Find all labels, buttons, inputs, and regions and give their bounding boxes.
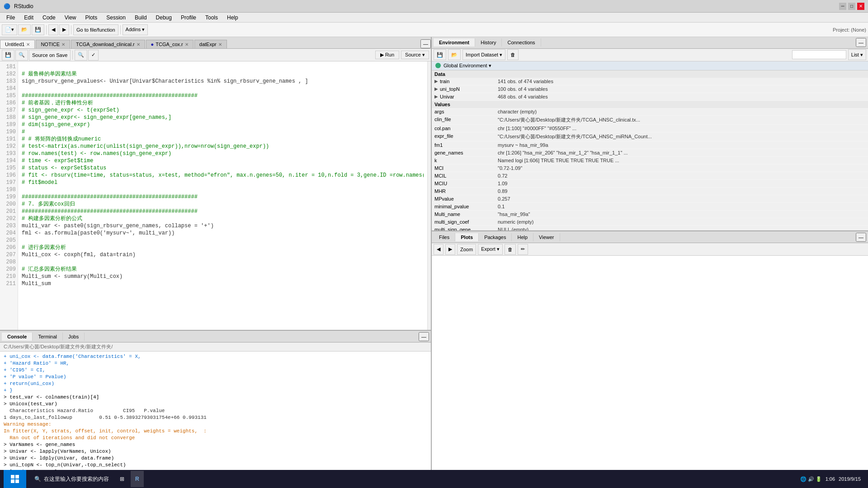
tab-notice-close[interactable]: ✕ <box>61 42 65 47</box>
env-row-expr-file[interactable]: expr_file "C:/Users/黄心茵/Desktop/新建文件夹/TC… <box>432 132 868 141</box>
env-row-multi-sign-gene[interactable]: multi_sign_gene NULL (empty) <box>432 226 868 230</box>
menu-edit[interactable]: Edit <box>19 14 38 22</box>
taskbar-search[interactable]: 🔍 在这里输入你要搜索的内容 <box>30 471 113 487</box>
env-row-minimal-pvalue[interactable]: minimal_pvalue 0.1 <box>432 203 868 211</box>
env-row-args[interactable]: args character (empty) <box>432 108 868 116</box>
tab-connections[interactable]: Connections <box>502 38 541 47</box>
minimize-button[interactable]: ─ <box>839 3 846 10</box>
env-search-input[interactable] <box>792 50 846 59</box>
tab-untitled1[interactable]: Untitled1 ✕ <box>0 40 35 48</box>
maximize-button[interactable]: □ <box>848 3 855 10</box>
env-row-train[interactable]: ▶ train 141 obs. of 474 variables <box>432 78 868 85</box>
env-row-fm1[interactable]: fm1 mysurv ~ hsa_mir_99a <box>432 141 868 149</box>
goto-file-button[interactable]: Go to file/function <box>73 24 118 35</box>
env-row-mpvalue[interactable]: MPvalue 0.257 <box>432 195 868 203</box>
env-row-mhr[interactable]: MHR 0.89 <box>432 188 868 195</box>
console-content[interactable]: + uni_cox <- data.frame('Characteristics… <box>0 352 431 470</box>
env-row-mciu[interactable]: MCIU 1.09 <box>432 180 868 188</box>
code-line-182: # 最鲁棒的单因素结果 <box>22 70 424 78</box>
editor-minimize-button[interactable]: — <box>420 39 431 48</box>
tab-plots[interactable]: Plots <box>455 233 479 241</box>
files-minimize-button[interactable]: — <box>856 233 866 242</box>
save-button[interactable]: 💾 <box>32 24 44 35</box>
tab-history[interactable]: History <box>475 38 502 47</box>
menu-build[interactable]: Build <box>130 14 151 22</box>
env-row-mcil[interactable]: MCIL 0.72 <box>432 172 868 180</box>
import-dataset-btn[interactable]: Import Dataset ▾ <box>462 49 505 60</box>
forward-button[interactable]: ▶ <box>59 24 69 35</box>
code-content[interactable]: # 最鲁棒的单因素结果 sign_rbsurv_gene_pvalues<- U… <box>18 61 427 330</box>
env-row-col-pan[interactable]: col.pan chr [1:100] "#0000FF" "#0550FF" … <box>432 125 868 132</box>
env-row-multi-name[interactable]: Multi_name "hsa_mir_99a" <box>432 211 868 218</box>
menu-tools[interactable]: Tools <box>201 14 222 22</box>
close-button[interactable]: ✕ <box>857 3 864 10</box>
tab-terminal[interactable]: Terminal <box>33 333 63 341</box>
taskbar-task-view[interactable]: ⊞ <box>115 471 129 487</box>
env-list-btn[interactable]: List ▾ <box>848 49 866 60</box>
tab-tcga-clinical-close[interactable]: ✕ <box>137 42 140 47</box>
env-load-btn[interactable]: 📂 <box>448 49 461 60</box>
back-button[interactable]: ◀ <box>48 24 58 35</box>
tab-datexpr[interactable]: datExpr ✕ <box>194 40 227 48</box>
tab-help[interactable]: Help <box>512 233 533 241</box>
editor-find-btn[interactable]: 🔍 <box>75 50 87 61</box>
plots-clear-btn[interactable]: ✏ <box>518 244 528 255</box>
env-row-mci[interactable]: MCI "0.72-1.09" <box>432 164 868 172</box>
right-panel: Environment History Connections — 💾 📂 Im… <box>432 37 868 470</box>
console-minimize-button[interactable]: — <box>419 332 429 341</box>
environment-panel: Environment History Connections — 💾 📂 Im… <box>432 37 868 231</box>
menu-debug[interactable]: Debug <box>151 14 176 22</box>
editor-save-btn[interactable]: 💾 <box>2 50 14 61</box>
menu-view[interactable]: View <box>60 14 81 22</box>
tab-jobs[interactable]: Jobs <box>63 333 85 341</box>
menu-profile[interactable]: Profile <box>176 14 201 22</box>
addins-button[interactable]: Addins ▾ <box>123 24 148 35</box>
tab-viewer[interactable]: Viewer <box>533 233 560 241</box>
env-row-multi-sign-coef[interactable]: multi_sign_coef numeric (empty) <box>432 218 868 226</box>
editor-source-on-save[interactable]: Source on Save <box>29 50 71 61</box>
env-row-univar[interactable]: ▶ Univar 468 obs. of 4 variables <box>432 93 868 101</box>
menu-session[interactable]: Session <box>102 14 130 22</box>
env-clear-btn[interactable]: 🗑 <box>507 49 519 60</box>
tab-console[interactable]: Console <box>2 333 33 341</box>
tab-notice[interactable]: NOTICE ✕ <box>36 40 70 48</box>
taskbar-rstudio[interactable]: R <box>131 471 144 487</box>
start-button[interactable] <box>4 470 26 488</box>
plots-back-btn[interactable]: ◀ <box>434 244 443 255</box>
run-button[interactable]: ▶ Run <box>375 51 399 59</box>
plots-forward-btn[interactable]: ▶ <box>445 244 455 255</box>
tab-datexpr-close[interactable]: ✕ <box>218 42 222 47</box>
tab-tcga-clinical[interactable]: TCGA_download_clinical.r ✕ <box>71 40 145 48</box>
tab-packages[interactable]: Packages <box>479 233 512 241</box>
open-file-button[interactable]: 📂 <box>18 24 31 35</box>
env-row-clin-file[interactable]: clin_file "C:/Users/黄心茵/Desktop/新建文件夹/TC… <box>432 116 868 125</box>
plots-delete-btn[interactable]: 🗑 <box>505 244 516 255</box>
env-row-gene-names[interactable]: gene_names chr [1:206] "hsa_mir_206" "hs… <box>432 149 868 157</box>
tab-tcga-cox[interactable]: ● TCGA_cox.r ✕ <box>146 40 193 48</box>
files-toolbar: ◀ ▶ Zoom Export ▾ 🗑 ✏ <box>432 243 868 256</box>
editor-search-btn[interactable]: 🔍 <box>15 50 28 61</box>
console-line: 1 days_to_last_followup 0.51 0-5.3893279… <box>4 414 427 421</box>
tab-untitled1-close[interactable]: ✕ <box>26 42 30 47</box>
new-file-button[interactable]: 📄▾ <box>2 24 17 35</box>
editor-scrollbar[interactable] <box>427 61 431 330</box>
tab-files[interactable]: Files <box>434 233 455 241</box>
code-editor[interactable]: 181 182 183 184 185 186 187 188 189 190 … <box>0 61 431 330</box>
env-content[interactable]: Data ▶ train 141 obs. of 474 variables ▶… <box>432 70 868 230</box>
menu-help[interactable]: Help <box>222 14 243 22</box>
line-num: 182 <box>2 70 16 78</box>
source-button[interactable]: Source ▾ <box>401 51 429 59</box>
editor-spell-btn[interactable]: ✓ <box>88 50 99 61</box>
env-row-uni-topn[interactable]: ▶ uni_topN 100 obs. of 4 variables <box>432 85 868 93</box>
tab-tcga-cox-close[interactable]: ✕ <box>185 42 189 47</box>
code-line-200: # 7. 多因素cox回归 <box>22 201 424 208</box>
menu-file[interactable]: File <box>2 14 19 22</box>
env-row-k[interactable]: k Named logi [1:606] TRUE TRUE TRUE TRUE… <box>432 157 868 164</box>
menu-plots[interactable]: Plots <box>81 14 102 22</box>
plots-zoom-btn[interactable]: Zoom <box>457 244 476 255</box>
env-save-btn[interactable]: 💾 <box>434 49 446 60</box>
menu-code[interactable]: Code <box>38 14 60 22</box>
plots-export-btn[interactable]: Export ▾ <box>478 244 503 255</box>
tab-environment[interactable]: Environment <box>434 38 475 47</box>
env-minimize-button[interactable]: — <box>856 38 866 47</box>
